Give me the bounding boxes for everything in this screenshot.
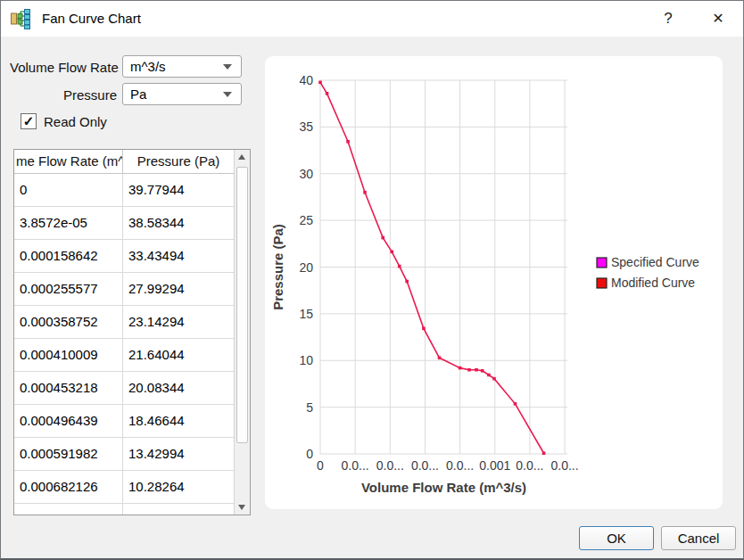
y-tick-label: 10 xyxy=(299,353,313,367)
fan-curve-chart: 00.0...0.0...0.0...0.0...0.0010.0...0.0.… xyxy=(265,56,723,509)
ok-button[interactable]: OK xyxy=(579,526,654,550)
table-row[interactable]: 0.00045321820.08344 xyxy=(14,372,234,405)
cell-flow-rate[interactable]: 0.000682126 xyxy=(14,471,123,503)
cell-flow-rate[interactable]: 0.000158642 xyxy=(14,240,123,272)
data-point-marker xyxy=(542,451,546,455)
read-only-label: Read Only xyxy=(44,114,107,129)
dialog-title: Fan Curve Chart xyxy=(42,1,141,37)
data-point-marker xyxy=(487,374,491,377)
data-point-marker xyxy=(346,140,350,144)
cell-pressure[interactable]: 21.64044 xyxy=(123,339,234,371)
cell-flow-rate[interactable] xyxy=(14,504,123,515)
cell-pressure[interactable]: 23.14294 xyxy=(123,306,234,338)
close-button[interactable]: ✕ xyxy=(700,1,736,37)
table-row[interactable]: 039.77944 xyxy=(14,174,234,207)
triangle-up-icon xyxy=(238,154,245,160)
table-row[interactable]: 0.00015864233.43494 xyxy=(14,240,234,273)
table-row[interactable]: 0.00035875223.14294 xyxy=(14,306,234,339)
table-header-flow[interactable]: me Flow Rate (m^ xyxy=(14,150,123,173)
y-axis-title: Pressure (Pa) xyxy=(270,224,285,310)
read-only-checkbox[interactable]: ✓ xyxy=(21,113,37,129)
cell-pressure[interactable]: 10.28264 xyxy=(123,471,234,503)
data-point-marker xyxy=(475,368,478,372)
volume-flow-rate-unit-value: m^3/s xyxy=(130,59,166,74)
cancel-button[interactable]: Cancel xyxy=(661,526,736,550)
volume-flow-rate-unit-select[interactable]: m^3/s xyxy=(122,55,242,78)
titlebar: Fan Curve Chart ? ✕ xyxy=(1,1,743,37)
scroll-up-button[interactable] xyxy=(235,150,250,165)
table-header-row: me Flow Rate (m^ Pressure (Pa) xyxy=(14,150,250,174)
app-tree-icon xyxy=(9,8,32,29)
data-point-marker xyxy=(459,366,462,370)
x-tick-label: 0.0... xyxy=(411,458,439,473)
table-row[interactable]: 0.00059198213.42994 xyxy=(14,438,234,471)
table-row[interactable]: 0.00049643918.46644 xyxy=(14,405,234,438)
data-point-marker xyxy=(467,368,471,372)
cell-flow-rate[interactable]: 0.000410009 xyxy=(14,339,123,371)
chevron-down-icon xyxy=(223,92,232,97)
x-tick-label: 0.0... xyxy=(516,458,543,473)
volume-flow-rate-label: Volume Flow Rate xyxy=(10,60,117,75)
cell-pressure[interactable] xyxy=(123,504,234,515)
check-icon: ✓ xyxy=(23,113,35,128)
data-point-marker xyxy=(438,356,442,359)
y-tick-label: 20 xyxy=(299,260,313,275)
data-point-marker xyxy=(390,251,393,254)
table-row-partial[interactable] xyxy=(14,504,234,515)
y-tick-label: 0 xyxy=(306,447,313,461)
cell-flow-rate[interactable]: 0.000591982 xyxy=(14,438,123,470)
cell-flow-rate[interactable]: 0.000496439 xyxy=(14,405,123,437)
fan-curve-table: me Flow Rate (m^ Pressure (Pa) 039.77944… xyxy=(13,149,251,515)
data-point-marker xyxy=(481,369,484,373)
fan-curve-chart-panel: 00.0...0.0...0.0...0.0...0.0010.0...0.0.… xyxy=(265,56,723,509)
cell-pressure[interactable]: 27.99294 xyxy=(123,273,234,305)
y-tick-label: 5 xyxy=(306,400,313,415)
table-row[interactable]: 0.00068212610.28264 xyxy=(14,471,234,504)
scroll-down-button[interactable] xyxy=(235,499,250,515)
table-header-pressure[interactable]: Pressure (Pa) xyxy=(123,150,234,173)
table-row[interactable]: 0.00041000921.64044 xyxy=(14,339,234,372)
pressure-label: Pressure xyxy=(10,87,117,103)
pressure-unit-value: Pa xyxy=(130,86,146,102)
help-button[interactable]: ? xyxy=(650,1,686,37)
cell-flow-rate[interactable]: 3.8572e-05 xyxy=(14,207,123,239)
cell-flow-rate[interactable]: 0 xyxy=(14,174,123,206)
x-tick-label: 0.0... xyxy=(376,458,404,473)
data-point-marker xyxy=(492,377,496,381)
cell-flow-rate[interactable]: 0.000453218 xyxy=(14,372,123,404)
x-tick-label: 0.0... xyxy=(550,458,578,473)
legend-label: Specified Curve xyxy=(611,255,699,269)
cell-pressure[interactable]: 33.43494 xyxy=(123,240,234,272)
cell-pressure[interactable]: 38.58344 xyxy=(123,207,234,239)
cell-pressure[interactable]: 39.77944 xyxy=(123,174,234,206)
table-body: 039.779443.8572e-0538.583440.00015864233… xyxy=(14,174,234,515)
y-tick-label: 25 xyxy=(299,213,313,227)
table-row[interactable]: 0.00025557727.99294 xyxy=(14,273,234,306)
cell-flow-rate[interactable]: 0.000358752 xyxy=(14,306,123,338)
data-point-marker xyxy=(398,265,401,268)
fan-curve-chart-dialog: Fan Curve Chart ? ✕ Volume Flow Rate m^3… xyxy=(0,0,744,560)
x-axis-title: Volume Flow Rate (m^3/s) xyxy=(361,480,526,495)
data-point-marker xyxy=(381,236,384,240)
cell-pressure[interactable]: 20.08344 xyxy=(123,372,234,404)
data-point-marker xyxy=(363,191,367,194)
scrollbar-thumb[interactable] xyxy=(236,167,248,443)
y-tick-label: 15 xyxy=(299,307,313,321)
pressure-unit-select[interactable]: Pa xyxy=(122,83,242,105)
table-scrollbar[interactable] xyxy=(234,150,250,515)
table-row[interactable]: 3.8572e-0538.58344 xyxy=(14,207,234,240)
x-tick-label: 0.001 xyxy=(479,458,510,473)
data-point-marker xyxy=(405,280,409,284)
legend-swatch xyxy=(597,278,607,288)
x-tick-label: 0.0... xyxy=(446,458,474,473)
triangle-down-icon xyxy=(238,505,245,510)
fan-curve-line xyxy=(320,82,544,453)
cell-pressure[interactable]: 18.46644 xyxy=(123,405,234,437)
y-tick-label: 30 xyxy=(299,167,313,181)
legend-label: Modified Curve xyxy=(611,276,695,290)
cell-flow-rate[interactable]: 0.000255577 xyxy=(14,273,123,305)
x-tick-label: 0.0... xyxy=(342,458,369,473)
chevron-down-icon xyxy=(223,64,232,70)
cell-pressure[interactable]: 13.42994 xyxy=(123,438,234,470)
legend-swatch xyxy=(597,258,607,268)
